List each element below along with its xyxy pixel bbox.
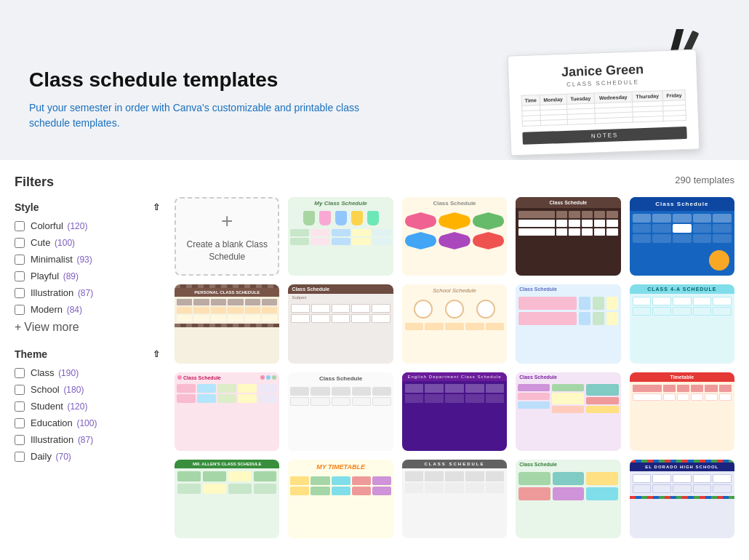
illustration-style-label[interactable]: Illustration (87) xyxy=(31,287,93,298)
view-more-label: View more xyxy=(24,321,79,334)
style-filter-items: Colorful (120) Cute (100) Minimalist (93… xyxy=(15,220,160,315)
theme-chevron-icon: ⇧ xyxy=(153,349,160,359)
create-plus-icon: + xyxy=(221,209,233,233)
filter-item-illustration-theme: Illustration (87) xyxy=(15,434,160,445)
theme-filter-label: Theme xyxy=(15,348,47,360)
playful-label[interactable]: Playful (89) xyxy=(31,271,79,281)
education-checkbox[interactable] xyxy=(15,418,25,428)
playful-checkbox[interactable] xyxy=(15,271,25,281)
content-area: 290 templates + Create a blank Class Sch… xyxy=(175,175,734,538)
school-label[interactable]: School (180) xyxy=(31,384,84,395)
filter-item-cute: Cute (100) xyxy=(15,237,160,248)
minimalist-checkbox[interactable] xyxy=(15,255,25,265)
student-label[interactable]: Student (120) xyxy=(31,401,87,412)
notes-label: NOTES xyxy=(522,127,686,145)
theme-filter-header[interactable]: Theme ⇧ xyxy=(15,348,160,360)
plus-icon: + xyxy=(15,321,21,334)
modern-label[interactable]: Modern (84) xyxy=(31,304,82,315)
template-card-19[interactable]: Class Schedule xyxy=(516,460,620,538)
template-card-7[interactable]: Class Schedule Subject xyxy=(288,284,393,363)
schedule-preview-card: Janice Green CLASS SCHEDULE Time Monday … xyxy=(508,49,700,156)
template-preview-10: CLASS 4-A SCHEDULE xyxy=(630,284,734,363)
filter-item-modern: Modern (84) xyxy=(15,304,160,315)
view-more-button[interactable]: + View more xyxy=(15,321,160,334)
template-card-18[interactable]: CLASS SCHEDULE xyxy=(402,460,507,538)
filter-item-class: Class (190) xyxy=(15,367,160,378)
create-blank-label: Create a blank Class Schedule xyxy=(176,239,278,263)
template-card-2[interactable]: My Class Schedule xyxy=(288,197,393,276)
daily-label[interactable]: Daily (70) xyxy=(31,451,71,462)
template-card-15[interactable]: Timetable xyxy=(630,372,734,451)
template-card-6[interactable]: PERSONAL CLASS SCHEDULE xyxy=(175,284,279,363)
student-checkbox[interactable] xyxy=(15,401,25,412)
templates-count: 290 templates xyxy=(675,175,734,185)
daily-checkbox[interactable] xyxy=(15,452,25,462)
hero-text: Class schedule templates Put your semest… xyxy=(29,68,393,160)
template-preview-17: MY TIMETABLE xyxy=(288,460,393,538)
template-preview-14: Class Schedule xyxy=(516,372,620,451)
template-card-4[interactable]: Class Schedule xyxy=(516,197,620,276)
sample-table: Time Monday Tuesday Wednesday Thursday F… xyxy=(521,89,686,127)
filter-item-student: Student (120) xyxy=(15,401,160,412)
template-preview-9: Class Schedule xyxy=(516,284,620,363)
template-card-17[interactable]: MY TIMETABLE xyxy=(288,460,393,538)
filter-item-colorful: Colorful (120) xyxy=(15,220,160,231)
template-preview-12: Class Schedule xyxy=(288,372,393,451)
minimalist-label[interactable]: Minimalist (93) xyxy=(31,254,92,265)
template-preview-5: Class Schedule xyxy=(630,197,734,276)
main-container: Filters Style ⇧ Colorful (120) Cute (100… xyxy=(0,160,749,553)
template-preview-16: MR. ALLEN'S CLASS SCHEDULE xyxy=(175,460,279,538)
template-card-20[interactable]: EL DORADO HIGH SCHOOL xyxy=(630,460,734,538)
style-chevron-icon: ⇧ xyxy=(153,202,160,212)
illustration-theme-label[interactable]: Illustration (87) xyxy=(31,434,93,445)
theme-filter-items: Class (190) School (180) Student (120) E… xyxy=(15,367,160,462)
filter-item-education: Education (100) xyxy=(15,417,160,428)
template-preview-19: Class Schedule xyxy=(516,460,620,538)
template-preview-11: Class Schedule xyxy=(175,372,279,451)
class-theme-label[interactable]: Class (190) xyxy=(31,367,79,378)
template-card-16[interactable]: MR. ALLEN'S CLASS SCHEDULE xyxy=(175,460,279,538)
school-checkbox[interactable] xyxy=(15,385,25,395)
sidebar: Filters Style ⇧ Colorful (120) Cute (100… xyxy=(15,175,160,538)
cute-label[interactable]: Cute (100) xyxy=(31,237,75,248)
filter-item-minimalist: Minimalist (93) xyxy=(15,254,160,265)
template-card-10[interactable]: CLASS 4-A SCHEDULE xyxy=(630,284,734,363)
theme-filter-section: Theme ⇧ Class (190) School (180) Student… xyxy=(15,348,160,462)
illustration-theme-checkbox[interactable] xyxy=(15,435,25,445)
template-preview-6: PERSONAL CLASS SCHEDULE xyxy=(175,284,279,363)
template-card-3[interactable]: Class Schedule xyxy=(402,197,507,276)
template-preview-3: Class Schedule xyxy=(402,197,507,276)
template-card-11[interactable]: Class Schedule xyxy=(175,372,279,451)
template-card-9[interactable]: Class Schedule xyxy=(516,284,620,363)
template-preview-7: Class Schedule Subject xyxy=(288,284,393,363)
template-card-12[interactable]: Class Schedule xyxy=(288,372,393,451)
hero-image: Janice Green CLASS SCHEDULE Time Monday … xyxy=(473,29,720,160)
content-header: 290 templates xyxy=(175,175,734,185)
template-grid: + Create a blank Class Schedule My Class… xyxy=(175,197,734,538)
template-card-13[interactable]: English Department Class Schedule xyxy=(402,372,507,451)
filter-item-daily: Daily (70) xyxy=(15,451,160,462)
template-preview-4: Class Schedule xyxy=(516,197,620,276)
template-preview-18: CLASS SCHEDULE xyxy=(402,460,507,538)
template-card-5[interactable]: Class Schedule xyxy=(630,197,734,276)
create-blank-card[interactable]: + Create a blank Class Schedule xyxy=(175,197,279,276)
illustration-style-checkbox[interactable] xyxy=(15,288,25,298)
style-filter-section: Style ⇧ Colorful (120) Cute (100) Minima… xyxy=(15,201,160,334)
class-theme-checkbox[interactable] xyxy=(15,368,25,378)
style-filter-header[interactable]: Style ⇧ xyxy=(15,201,160,213)
filters-title: Filters xyxy=(15,175,160,190)
filter-item-school: School (180) xyxy=(15,384,160,395)
colorful-checkbox[interactable] xyxy=(15,221,25,231)
colorful-label[interactable]: Colorful (120) xyxy=(31,220,87,231)
template-preview-13: English Department Class Schedule xyxy=(402,372,507,451)
template-card-8[interactable]: School Schedule xyxy=(402,284,507,363)
filter-item-playful: Playful (89) xyxy=(15,271,160,281)
template-preview-8: School Schedule xyxy=(402,284,507,363)
filter-item-illustration: Illustration (87) xyxy=(15,287,160,298)
hero-title: Class schedule templates xyxy=(29,68,393,92)
template-card-14[interactable]: Class Schedule xyxy=(516,372,620,451)
modern-checkbox[interactable] xyxy=(15,305,25,315)
hero-description: Put your semester in order with Canva's … xyxy=(29,100,393,131)
education-label[interactable]: Education (100) xyxy=(31,417,97,428)
cute-checkbox[interactable] xyxy=(15,238,25,248)
